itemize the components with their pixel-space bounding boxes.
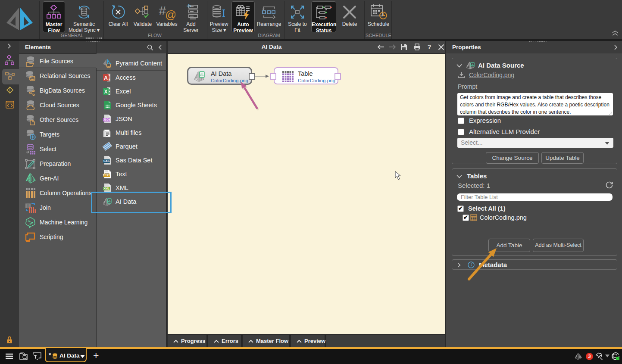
svg-text:XML: XML [103,187,109,190]
svg-text:TEXT: TEXT [103,174,110,177]
svg-text:A: A [104,75,108,81]
svg-text:SAS: SAS [103,159,110,162]
svg-text:X: X [104,89,107,95]
svg-text:JSON: JSON [103,118,110,121]
svg-text:@: @ [165,8,175,20]
